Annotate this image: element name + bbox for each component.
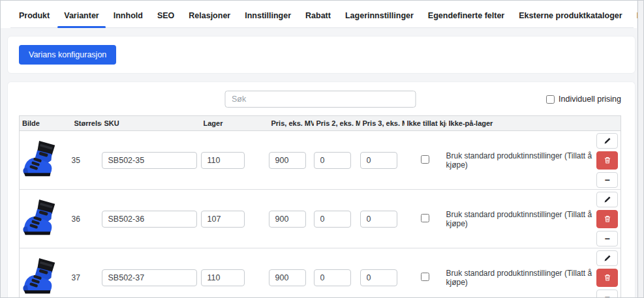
- price-input[interactable]: [269, 152, 306, 169]
- price3-input[interactable]: [360, 152, 397, 169]
- size-value: 37: [72, 248, 102, 298]
- individual-pricing-label: Individuell prising: [559, 95, 621, 104]
- variants-tbody: 35 Bruk standard produktinnstillinger (T…: [20, 131, 621, 298]
- variant-configuration-button[interactable]: Varians konfigurasjon: [19, 45, 116, 65]
- search-input[interactable]: [224, 91, 416, 108]
- tab-bar: ProduktVarianterInnholdSEORelasjonerInns…: [1, 1, 637, 28]
- column-header: Lager: [201, 116, 269, 131]
- collapse-button[interactable]: −: [596, 290, 618, 298]
- size-value: 36: [72, 190, 102, 248]
- delete-button[interactable]: [596, 269, 618, 287]
- column-header: Bilde: [20, 116, 72, 131]
- column-header: Pris, eks. MVA: [269, 116, 314, 131]
- delete-button[interactable]: [596, 151, 618, 170]
- stock-status-text: Bruk standard produktinnstillinger (Till…: [446, 248, 594, 298]
- trash-icon: [604, 156, 611, 164]
- edit-button[interactable]: [596, 133, 618, 149]
- sku-input[interactable]: [102, 152, 197, 169]
- column-header: Ikke tillat kjøp: [405, 116, 446, 131]
- price3-input[interactable]: [360, 269, 397, 286]
- not-allowed-purchase-checkbox[interactable]: [421, 273, 429, 281]
- edit-button[interactable]: [596, 250, 618, 266]
- pencil-icon: [604, 254, 611, 262]
- variants-table: BildeStørrelseSKULagerPris, eks. MVAPris…: [19, 115, 621, 298]
- tab-lagerinnstillinger[interactable]: Lagerinnstillinger: [338, 11, 421, 28]
- stock-status-text: Bruk standard produktinnstillinger (Till…: [446, 190, 594, 248]
- product-image: [20, 198, 60, 238]
- column-header: Pris 2, eks. MVA: [314, 116, 360, 131]
- price-input[interactable]: [269, 269, 306, 286]
- stock-status-text: Bruk standard produktinnstillinger (Till…: [446, 131, 594, 190]
- stock-input[interactable]: [201, 269, 245, 286]
- variant-row: 37 Bruk standard produktinnstillinger (T…: [20, 248, 621, 298]
- variants-card: Individuell prising BildeStørrelseSKULag…: [7, 82, 636, 298]
- row-actions: −: [594, 250, 621, 298]
- price2-input[interactable]: [314, 152, 351, 169]
- price3-input[interactable]: [360, 211, 397, 228]
- product-image: [20, 139, 60, 179]
- tab-produkt[interactable]: Produkt: [12, 11, 57, 28]
- product-admin-screen: ProduktVarianterInnholdSEORelasjonerInns…: [0, 0, 644, 298]
- variant-row: 35 Bruk standard produktinnstillinger (T…: [20, 131, 621, 190]
- filters-row: Individuell prising: [19, 91, 621, 108]
- stock-input[interactable]: [201, 211, 245, 228]
- column-header: Størrelse: [72, 116, 102, 131]
- tab-innhold[interactable]: Innhold: [106, 11, 150, 28]
- minus-icon: −: [604, 234, 609, 243]
- column-header: SKU: [102, 116, 201, 131]
- row-actions: −: [594, 133, 621, 188]
- tab-relasjoner[interactable]: Relasjoner: [181, 11, 238, 28]
- variant-toolbar-card: Varians konfigurasjon: [7, 36, 636, 74]
- column-header: Ikke-på-lager: [446, 116, 594, 131]
- sku-input[interactable]: [102, 269, 197, 286]
- individual-pricing-checkbox[interactable]: [546, 95, 555, 104]
- column-header: [594, 116, 621, 131]
- not-allowed-purchase-checkbox[interactable]: [421, 214, 429, 222]
- minus-icon: −: [604, 293, 609, 298]
- tab-rabatt[interactable]: Rabatt: [298, 11, 338, 28]
- collapse-button[interactable]: −: [596, 231, 618, 246]
- table-header-row: BildeStørrelseSKULagerPris, eks. MVAPris…: [20, 116, 621, 131]
- individual-pricing-toggle[interactable]: Individuell prising: [546, 95, 621, 104]
- price-input[interactable]: [269, 211, 306, 228]
- size-value: 35: [72, 131, 102, 190]
- minus-icon: −: [604, 175, 609, 185]
- column-header: Pris 3, eks. MVA: [360, 116, 405, 131]
- tab-egendefinerte-felter[interactable]: Egendefinerte felter: [421, 11, 512, 28]
- tab-seo[interactable]: SEO: [150, 11, 181, 28]
- row-actions: −: [594, 192, 621, 246]
- tab-innstillinger[interactable]: Innstillinger: [238, 11, 298, 28]
- pencil-icon: [604, 137, 611, 145]
- trash-icon: [604, 215, 611, 223]
- sku-input[interactable]: [102, 211, 197, 228]
- tab-varianter[interactable]: Varianter: [57, 11, 106, 28]
- delete-button[interactable]: [596, 210, 618, 228]
- scrollbar[interactable]: [637, 1, 643, 297]
- trash-icon: [604, 273, 611, 282]
- price2-input[interactable]: [314, 211, 351, 228]
- collapse-button[interactable]: −: [596, 172, 618, 188]
- stock-input[interactable]: [201, 152, 245, 169]
- main-content: Varians konfigurasjon Individuell prisin…: [1, 28, 643, 298]
- variant-row: 36 Bruk standard produktinnstillinger (T…: [20, 190, 621, 248]
- not-allowed-purchase-checkbox[interactable]: [421, 155, 429, 164]
- price2-input[interactable]: [314, 269, 351, 286]
- tab-eksterne-produktkataloger[interactable]: Eksterne produktkataloger: [512, 11, 629, 28]
- product-image: [20, 256, 60, 297]
- edit-button[interactable]: [596, 192, 618, 207]
- pencil-icon: [604, 196, 611, 203]
